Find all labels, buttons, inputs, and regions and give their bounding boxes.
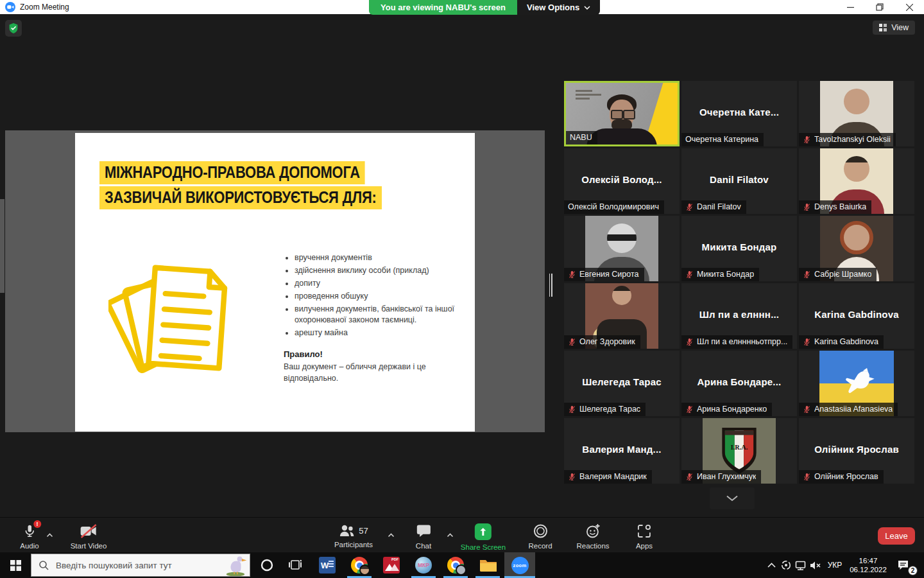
tray-show-hidden-icons[interactable] (764, 552, 779, 578)
taskbar-app-word[interactable]: W (312, 552, 343, 578)
participant-tile[interactable]: Anastasiia Afanasieva (799, 351, 914, 416)
participant-name-tag: Олег Здоровик (564, 335, 640, 349)
participant-tile[interactable]: Tavolzhanskyi Oleksii (799, 81, 914, 146)
leave-button[interactable]: Leave (878, 527, 915, 545)
documents-stack-icon (108, 254, 237, 380)
reactions-button[interactable]: Reactions (576, 523, 609, 550)
muted-mic-icon (568, 405, 576, 414)
tray-volume-muted[interactable] (807, 552, 824, 578)
file-explorer-icon (479, 558, 497, 572)
muted-mic-icon (803, 270, 811, 279)
muted-mic-icon (568, 270, 576, 279)
zoom-taskbar-icon: zoom (511, 557, 529, 574)
taskbar-app-globe[interactable]: МКР (408, 552, 439, 578)
participant-name-tag: Шелегеда Тарас (564, 403, 646, 416)
cortana-icon (261, 559, 273, 572)
apps-button[interactable]: Apps (636, 523, 653, 550)
taskbar-app-chrome-2[interactable] (440, 552, 471, 578)
panel-resize-handle[interactable] (547, 274, 554, 297)
tray-language[interactable]: УКР (824, 552, 846, 578)
participant-name-tag: NABU (566, 131, 597, 144)
participant-tile[interactable]: Очеретна Кате...Очеретна Катерина (681, 81, 797, 146)
view-layout-button[interactable]: View (873, 21, 915, 35)
share-screen-button[interactable]: Share Screen (461, 523, 506, 551)
restore-button[interactable] (865, 0, 894, 14)
meeting-info-button[interactable] (5, 20, 22, 37)
tray-network[interactable] (793, 552, 809, 578)
tray-meet-now[interactable] (779, 552, 793, 578)
participants-button[interactable]: 57 Participants (334, 523, 373, 548)
cortana-button[interactable] (258, 552, 276, 578)
taskbar-search[interactable] (31, 554, 250, 577)
taskbar-app-chrome-1[interactable] (344, 552, 375, 578)
muted-mic-icon (803, 136, 811, 144)
audio-options-caret[interactable] (46, 529, 53, 540)
presentation-slide: МІЖНАРОДНО-ПРАВОВА ДОПОМОГА ЗАЗВИЧАЙ ВИК… (75, 133, 475, 432)
record-button[interactable]: Record (528, 523, 552, 550)
participant-tile[interactable]: Евгения Сирота (564, 216, 680, 281)
security-shield-icon (8, 22, 19, 34)
slide-title-line2: ЗАЗВИЧАЙ ВИКОРИСТОВУЄТЬСЯ ДЛЯ: (99, 186, 382, 209)
task-view-button[interactable] (286, 552, 304, 578)
participant-tile[interactable]: Олексій Волод...Олексій Володимирович (564, 148, 680, 214)
start-button[interactable] (0, 552, 31, 578)
action-center-button[interactable]: 2 (893, 552, 912, 578)
notification-count-badge: 2 (908, 566, 918, 575)
tray-clock[interactable]: 16:47 06.12.2022 (847, 552, 889, 578)
chevron-down-icon (726, 495, 738, 502)
close-button[interactable] (894, 0, 924, 14)
shared-screen-edge (0, 199, 4, 293)
participant-tile[interactable]: Микита БондарМикита Бондар (681, 216, 797, 281)
globe-app-icon: МКР (415, 557, 432, 574)
rule-text: Ваш документ – обличчя держави і це відп… (284, 362, 426, 383)
participant-name-tag: Олійник Ярослав (799, 470, 884, 484)
participant-tile[interactable]: Шелегеда ТарасШелегеда Тарас (564, 351, 680, 416)
taskbar-app-zoom[interactable]: zoom (504, 552, 535, 578)
slide-bullet: арешту майна (295, 328, 456, 338)
participant-tile[interactable]: Арина Бондаре...Арина Бондаренко (681, 351, 797, 416)
clock-date: 06.12.2022 (847, 565, 889, 574)
chat-options-caret[interactable] (447, 529, 454, 540)
search-input[interactable] (55, 560, 217, 571)
participant-name-large: Олексій Волод... (564, 174, 680, 185)
task-view-icon (289, 559, 302, 571)
participant-tile[interactable]: Denys Baiurka (799, 148, 914, 214)
start-video-button[interactable]: Start Video (71, 523, 107, 550)
participants-count: 57 (359, 526, 368, 536)
gallery-next-page-button[interactable] (710, 487, 755, 509)
taskbar-app-pdf[interactable]: PDF (376, 552, 407, 578)
chat-button[interactable]: Chat (416, 523, 431, 550)
rule-heading: Правило! (284, 349, 456, 360)
chat-bubble-icon (416, 524, 431, 538)
taskbar-app-explorer[interactable] (472, 552, 503, 578)
participant-tile[interactable]: Karina GabdinovaKarina Gabdinova (799, 283, 914, 349)
muted-mic-icon (803, 203, 811, 211)
participant-tile[interactable]: Сабріє Шрамко (799, 216, 914, 281)
participant-tile[interactable]: Олег Здоровик (564, 283, 680, 349)
participant-name-tag: Очеретна Катерина (681, 133, 764, 146)
participant-tile[interactable]: Валерия Манд...Валерия Мандрик (564, 418, 680, 484)
participant-tile[interactable]: Danil FilatovDanil Filatov (681, 148, 797, 214)
slide-bullets: вручення документівздійснення виклику ос… (284, 252, 456, 338)
notification-icon (897, 559, 909, 571)
search-bird-illustration (223, 554, 247, 576)
participant-tile[interactable]: Шл пи а елннн...Шл пи а елнннньотпрр... (681, 283, 797, 349)
participant-name-tag: Микита Бондар (681, 268, 759, 281)
grid-view-icon (879, 24, 887, 32)
participant-name-tag: Denys Baiurka (799, 200, 871, 214)
participant-tile[interactable]: NABU (564, 81, 680, 146)
participant-name-tag: Karina Gabdinova (799, 335, 884, 349)
slide-bullet-list: вручення документівздійснення виклику ос… (284, 252, 456, 340)
participant-name-tag: Олексій Володимирович (564, 200, 664, 214)
muted-mic-icon (685, 338, 694, 346)
view-options-button[interactable]: View Options (517, 0, 600, 15)
participant-tile[interactable]: I.R.A.Иван Глухимчук (681, 418, 797, 484)
participant-name-tag: Арина Бондаренко (681, 403, 772, 416)
slide-bullet: вилучення документів, банківської та інш… (295, 304, 456, 325)
audio-button[interactable]: ! Audio (20, 523, 38, 550)
participant-name-large: Арина Бондаре... (681, 376, 797, 387)
zoom-toolbar: ! Audio Start Video 57 Participants Chat (0, 517, 924, 553)
minimize-button[interactable] (835, 0, 865, 14)
participant-tile[interactable]: Олійник ЯрославОлійник Ярослав (799, 418, 914, 484)
participants-options-caret[interactable] (388, 529, 395, 540)
